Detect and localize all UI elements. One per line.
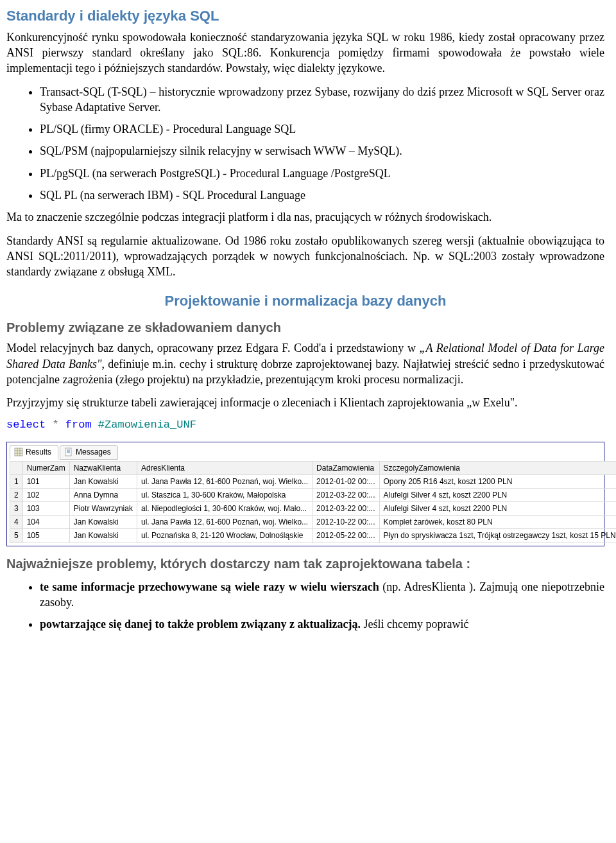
tab-label: Messages xyxy=(76,447,111,457)
text: Jeśli chcemy poprawić xyxy=(361,618,468,630)
tab-label: Results xyxy=(26,447,51,457)
table-header-row: NumerZam NazwaKlienta AdresKlienta DataZ… xyxy=(10,461,617,474)
table-cell: Alufelgi Silver 4 szt, koszt 2200 PLN xyxy=(379,502,616,516)
subsection-heading: Problemy związane ze składowaniem danych xyxy=(6,319,604,336)
paragraph: Konkurencyjność rynku spowodowała koniec… xyxy=(6,30,604,76)
table-cell: Anna Dymna xyxy=(69,488,137,501)
text-bold: powtarzające się danej to także problem … xyxy=(40,618,361,630)
table-cell: Komplet żarówek, koszt 80 PLN xyxy=(379,516,616,529)
svg-rect-0 xyxy=(15,448,22,456)
table-cell: Piotr Wawrzyniak xyxy=(69,502,137,516)
subsection-heading: Najważniejsze problemy, których dostarcz… xyxy=(6,555,604,573)
table-cell: 2012-10-22 00:... xyxy=(312,516,379,529)
dialect-list: Transact-SQL (T-SQL) – historycznie wpro… xyxy=(6,84,604,204)
sql-keyword: from xyxy=(65,419,92,431)
table-cell: 2012-03-22 00:... xyxy=(312,488,379,501)
table-cell: 2012-03-22 00:... xyxy=(312,502,379,516)
table-row[interactable]: 1101Jan Kowalskiul. Jana Pawła 12, 61-60… xyxy=(10,474,617,488)
list-item: powtarzające się danej to także problem … xyxy=(40,616,604,632)
col-header[interactable]: AdresKlienta xyxy=(137,461,312,474)
table-row[interactable]: 2102Anna Dymnaul. Staszica 1, 30-600 Kra… xyxy=(10,488,617,501)
table-cell: al. Niepodległości 1, 30-600 Kraków, woj… xyxy=(137,502,312,516)
table-cell: 104 xyxy=(22,516,69,529)
svg-rect-5 xyxy=(65,448,71,456)
list-item: SQL/PSM (najpopularniejszy silnik relacy… xyxy=(40,143,604,159)
table-cell: 105 xyxy=(22,529,69,543)
table-cell: 101 xyxy=(22,474,69,488)
table-cell: 2012-05-22 00:... xyxy=(312,529,379,543)
paragraph: Standardy ANSI są regularnie aktualizowa… xyxy=(6,233,604,280)
table-cell: ul. Jana Pawła 12, 61-600 Poznań, woj. W… xyxy=(137,516,312,529)
table-cell: ul. Poznańska 8, 21-120 Wrocław, Dolnośl… xyxy=(137,529,312,543)
grid-icon xyxy=(14,448,23,456)
table-cell: 103 xyxy=(22,502,69,516)
col-header[interactable]: NazwaKlienta xyxy=(69,461,137,474)
section-heading: Projektowanie i normalizacja bazy danych xyxy=(6,291,604,311)
table-cell: ul. Staszica 1, 30-600 Kraków, Małopolsk… xyxy=(137,488,312,501)
table-row[interactable]: 4104Jan Kowalskiul. Jana Pawła 12, 61-60… xyxy=(10,516,617,529)
table-row[interactable]: 3103Piotr Wawrzyniakal. Niepodległości 1… xyxy=(10,502,617,516)
paragraph: Model relacyjnych baz danych, opracowany… xyxy=(6,340,604,387)
rownum-cell: 2 xyxy=(10,488,23,501)
sql-star: * xyxy=(52,419,58,431)
problems-list: te same informacje przechowywane są wiel… xyxy=(6,579,604,632)
tab-messages[interactable]: Messages xyxy=(60,445,118,459)
sql-identifier: #Zamowienia_UNF xyxy=(98,419,196,431)
results-panel: Results Messages NumerZam NazwaKlienta A… xyxy=(6,442,604,546)
paragraph: Przyjrzyjmy się strukturze tabeli zawier… xyxy=(6,395,604,410)
table-cell: Płyn do spryskiwacza 1szt, Trójkąt ostrz… xyxy=(379,529,616,543)
list-item: te same informacje przechowywane są wiel… xyxy=(40,579,604,611)
table-cell: ul. Jana Pawła 12, 61-600 Poznań, woj. W… xyxy=(137,474,312,488)
sql-keyword: select xyxy=(6,419,46,431)
list-item: PL/SQL (firmy ORACLE) - Procedural Langu… xyxy=(40,121,604,137)
table-cell: Jan Kowalski xyxy=(69,474,137,488)
rownum-cell: 3 xyxy=(10,502,23,516)
rownum-cell: 1 xyxy=(10,474,23,488)
results-tabs: Results Messages xyxy=(10,445,601,459)
table-cell: Jan Kowalski xyxy=(69,529,137,543)
paragraph: Ma to znaczenie szczególnie podczas inte… xyxy=(6,209,604,225)
list-item: SQL PL (na serwerach IBM) - SQL Procedur… xyxy=(40,187,604,203)
tab-results[interactable]: Results xyxy=(10,445,58,459)
table-cell: 2012-01-02 00:... xyxy=(312,474,379,488)
rownum-cell: 5 xyxy=(10,529,23,543)
page-title: Standardy i dialekty języka SQL xyxy=(6,6,604,26)
table-cell: Opony 205 R16 4szt, koszt 1200 PLN xyxy=(379,474,616,488)
text: Model relacyjnych baz danych, opracowany… xyxy=(6,342,420,354)
table-cell: Jan Kowalski xyxy=(69,516,137,529)
text-bold: te same informacje przechowywane są wiel… xyxy=(40,580,379,593)
results-table: NumerZam NazwaKlienta AdresKlienta DataZ… xyxy=(10,461,616,543)
table-cell: Alufelgi Silver 4 szt, koszt 2200 PLN xyxy=(379,488,616,501)
col-header[interactable]: NumerZam xyxy=(22,461,69,474)
sql-code: select * from #Zamowienia_UNF xyxy=(6,418,604,433)
col-header[interactable]: SzczegolyZamowienia xyxy=(379,461,616,474)
rownum-header xyxy=(10,461,23,474)
list-item: Transact-SQL (T-SQL) – historycznie wpro… xyxy=(40,84,604,116)
table-row[interactable]: 5105Jan Kowalskiul. Poznańska 8, 21-120 … xyxy=(10,529,617,543)
col-header[interactable]: DataZamowienia xyxy=(312,461,379,474)
list-item: PL/pgSQL (na serwerach PostgreSQL) - Pro… xyxy=(40,166,604,181)
document-icon xyxy=(64,448,73,456)
table-cell: 102 xyxy=(22,488,69,501)
rownum-cell: 4 xyxy=(10,516,23,529)
